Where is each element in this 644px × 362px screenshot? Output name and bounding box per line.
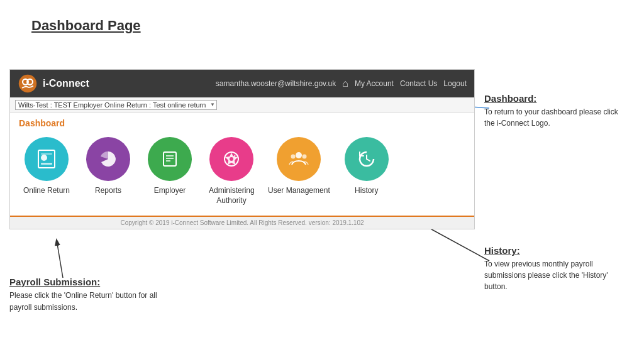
logo-icon	[18, 74, 38, 94]
dashboard-section: Dashboard Online Return	[10, 113, 474, 216]
dashboard-annotation-text: To return to your dashboard please click…	[484, 106, 629, 129]
online-return-item[interactable]: Online Return	[21, 137, 72, 196]
logo-text: i-Connect	[43, 78, 89, 89]
admin-authority-item[interactable]: Administering Authority	[206, 137, 257, 206]
admin-authority-icon-circle	[209, 137, 253, 181]
home-icon[interactable]: ⌂	[342, 78, 348, 89]
employer-item[interactable]: Employer	[145, 137, 195, 196]
logo-area[interactable]: i-Connect	[18, 74, 89, 94]
logout-link[interactable]: Logout	[443, 79, 467, 88]
history-label: History	[355, 186, 378, 196]
app-footer: Copyright © 2019 i-Connect Software Limi…	[10, 216, 474, 229]
breadcrumb-wrapper[interactable]: Wilts-Test : TEST Employer Online Return…	[15, 100, 217, 110]
payroll-annotation-title: Payroll Submission:	[9, 277, 160, 287]
user-management-icon	[287, 147, 311, 171]
svg-line-2	[57, 240, 63, 278]
reports-label: Reports	[95, 186, 121, 196]
employer-icon-circle	[148, 137, 192, 181]
navbar: i-Connect samantha.wooster@wiltshire.gov…	[10, 70, 474, 97]
svg-point-7	[41, 155, 47, 161]
history-annotation-text: To view previous monthly payroll submiss…	[484, 258, 629, 292]
navbar-right: samantha.wooster@wiltshire.gov.uk ⌂ My A…	[216, 78, 467, 89]
reports-icon-circle	[86, 137, 130, 181]
svg-rect-8	[41, 163, 52, 165]
history-icon-circle	[345, 137, 389, 181]
admin-authority-label: Administering Authority	[209, 186, 254, 206]
user-management-item[interactable]: User Management	[268, 137, 330, 196]
history-annotation-title: History:	[484, 245, 629, 256]
svg-point-16	[296, 152, 302, 158]
employer-icon	[158, 147, 182, 171]
history-icon	[355, 147, 379, 171]
user-email: samantha.wooster@wiltshire.gov.uk	[216, 79, 336, 88]
breadcrumb-select[interactable]: Wilts-Test : TEST Employer Online Return…	[15, 100, 217, 110]
user-management-label: User Management	[268, 186, 330, 196]
svg-point-17	[291, 155, 296, 159]
employer-label: Employer	[154, 186, 186, 196]
app-window: i-Connect samantha.wooster@wiltshire.gov…	[9, 69, 475, 229]
history-annotation: History: To view previous monthly payrol…	[484, 245, 629, 292]
svg-rect-9	[41, 153, 52, 155]
admin-authority-icon	[219, 147, 243, 171]
online-return-icon	[35, 147, 58, 171]
page-title: Dashboard Page	[31, 18, 141, 34]
payroll-annotation-text: Please click the 'Online Return' button …	[9, 290, 160, 314]
svg-point-18	[303, 155, 307, 159]
svg-rect-10	[164, 152, 176, 166]
dashboard-annotation-title: Dashboard:	[484, 93, 629, 104]
online-return-icon-circle	[25, 137, 69, 181]
breadcrumb-bar: Wilts-Test : TEST Employer Online Return…	[10, 97, 474, 113]
user-management-icon-circle	[277, 137, 321, 181]
dashboard-annotation: Dashboard: To return to your dashboard p…	[484, 93, 629, 129]
icons-grid: Online Return Reports	[19, 134, 465, 212]
online-return-label: Online Return	[23, 186, 70, 196]
dashboard-label: Dashboard	[19, 118, 465, 128]
history-item[interactable]: History	[341, 137, 392, 196]
payroll-annotation: Payroll Submission: Please click the 'On…	[9, 277, 160, 314]
my-account-link[interactable]: My Account	[355, 79, 394, 88]
reports-icon	[96, 147, 120, 171]
reports-item[interactable]: Reports	[83, 137, 133, 196]
contact-us-link[interactable]: Contact Us	[400, 79, 437, 88]
svg-point-15	[230, 157, 233, 161]
